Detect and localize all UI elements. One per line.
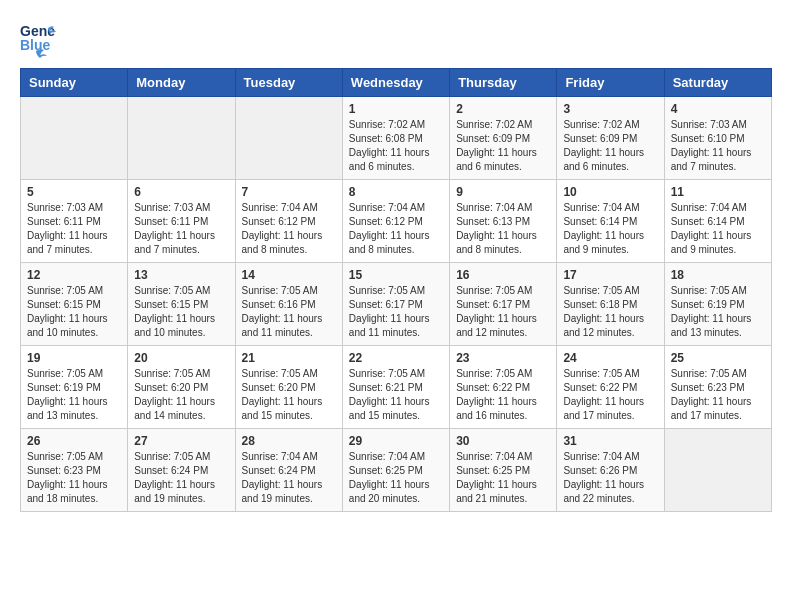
day-number: 1 (349, 102, 443, 116)
calendar-week-2: 5Sunrise: 7:03 AM Sunset: 6:11 PM Daylig… (21, 180, 772, 263)
day-number: 27 (134, 434, 228, 448)
day-info: Sunrise: 7:03 AM Sunset: 6:11 PM Dayligh… (134, 201, 228, 257)
day-info: Sunrise: 7:05 AM Sunset: 6:24 PM Dayligh… (134, 450, 228, 506)
weekday-header-monday: Monday (128, 69, 235, 97)
calendar-cell (235, 97, 342, 180)
calendar-week-5: 26Sunrise: 7:05 AM Sunset: 6:23 PM Dayli… (21, 429, 772, 512)
day-info: Sunrise: 7:05 AM Sunset: 6:15 PM Dayligh… (134, 284, 228, 340)
calendar-cell: 18Sunrise: 7:05 AM Sunset: 6:19 PM Dayli… (664, 263, 771, 346)
day-number: 11 (671, 185, 765, 199)
calendar-cell (21, 97, 128, 180)
calendar-cell: 6Sunrise: 7:03 AM Sunset: 6:11 PM Daylig… (128, 180, 235, 263)
day-info: Sunrise: 7:02 AM Sunset: 6:08 PM Dayligh… (349, 118, 443, 174)
day-number: 9 (456, 185, 550, 199)
calendar-cell: 25Sunrise: 7:05 AM Sunset: 6:23 PM Dayli… (664, 346, 771, 429)
day-info: Sunrise: 7:04 AM Sunset: 6:14 PM Dayligh… (563, 201, 657, 257)
calendar-cell: 11Sunrise: 7:04 AM Sunset: 6:14 PM Dayli… (664, 180, 771, 263)
calendar-cell: 2Sunrise: 7:02 AM Sunset: 6:09 PM Daylig… (450, 97, 557, 180)
weekday-header-thursday: Thursday (450, 69, 557, 97)
day-number: 17 (563, 268, 657, 282)
calendar-cell: 7Sunrise: 7:04 AM Sunset: 6:12 PM Daylig… (235, 180, 342, 263)
calendar-cell: 28Sunrise: 7:04 AM Sunset: 6:24 PM Dayli… (235, 429, 342, 512)
weekday-header-saturday: Saturday (664, 69, 771, 97)
calendar-week-4: 19Sunrise: 7:05 AM Sunset: 6:19 PM Dayli… (21, 346, 772, 429)
calendar-cell: 21Sunrise: 7:05 AM Sunset: 6:20 PM Dayli… (235, 346, 342, 429)
calendar-cell: 8Sunrise: 7:04 AM Sunset: 6:12 PM Daylig… (342, 180, 449, 263)
day-number: 26 (27, 434, 121, 448)
calendar-cell: 1Sunrise: 7:02 AM Sunset: 6:08 PM Daylig… (342, 97, 449, 180)
calendar-cell: 20Sunrise: 7:05 AM Sunset: 6:20 PM Dayli… (128, 346, 235, 429)
calendar-cell: 12Sunrise: 7:05 AM Sunset: 6:15 PM Dayli… (21, 263, 128, 346)
day-info: Sunrise: 7:05 AM Sunset: 6:18 PM Dayligh… (563, 284, 657, 340)
calendar-cell: 10Sunrise: 7:04 AM Sunset: 6:14 PM Dayli… (557, 180, 664, 263)
day-number: 4 (671, 102, 765, 116)
day-info: Sunrise: 7:05 AM Sunset: 6:21 PM Dayligh… (349, 367, 443, 423)
day-info: Sunrise: 7:05 AM Sunset: 6:20 PM Dayligh… (242, 367, 336, 423)
day-info: Sunrise: 7:03 AM Sunset: 6:11 PM Dayligh… (27, 201, 121, 257)
day-info: Sunrise: 7:05 AM Sunset: 6:19 PM Dayligh… (27, 367, 121, 423)
calendar-cell: 24Sunrise: 7:05 AM Sunset: 6:22 PM Dayli… (557, 346, 664, 429)
logo: General Blue (20, 20, 56, 58)
day-info: Sunrise: 7:04 AM Sunset: 6:24 PM Dayligh… (242, 450, 336, 506)
day-number: 20 (134, 351, 228, 365)
day-info: Sunrise: 7:05 AM Sunset: 6:17 PM Dayligh… (456, 284, 550, 340)
weekday-header-wednesday: Wednesday (342, 69, 449, 97)
calendar-header-row: SundayMondayTuesdayWednesdayThursdayFrid… (21, 69, 772, 97)
day-number: 15 (349, 268, 443, 282)
day-number: 14 (242, 268, 336, 282)
calendar-cell: 30Sunrise: 7:04 AM Sunset: 6:25 PM Dayli… (450, 429, 557, 512)
calendar-cell: 31Sunrise: 7:04 AM Sunset: 6:26 PM Dayli… (557, 429, 664, 512)
day-info: Sunrise: 7:02 AM Sunset: 6:09 PM Dayligh… (456, 118, 550, 174)
day-number: 22 (349, 351, 443, 365)
calendar-cell: 22Sunrise: 7:05 AM Sunset: 6:21 PM Dayli… (342, 346, 449, 429)
calendar-cell: 19Sunrise: 7:05 AM Sunset: 6:19 PM Dayli… (21, 346, 128, 429)
day-info: Sunrise: 7:05 AM Sunset: 6:22 PM Dayligh… (456, 367, 550, 423)
day-number: 2 (456, 102, 550, 116)
calendar-cell: 14Sunrise: 7:05 AM Sunset: 6:16 PM Dayli… (235, 263, 342, 346)
calendar-cell: 29Sunrise: 7:04 AM Sunset: 6:25 PM Dayli… (342, 429, 449, 512)
day-info: Sunrise: 7:04 AM Sunset: 6:25 PM Dayligh… (349, 450, 443, 506)
day-number: 19 (27, 351, 121, 365)
day-info: Sunrise: 7:04 AM Sunset: 6:14 PM Dayligh… (671, 201, 765, 257)
weekday-header-tuesday: Tuesday (235, 69, 342, 97)
calendar-cell (128, 97, 235, 180)
calendar-cell: 27Sunrise: 7:05 AM Sunset: 6:24 PM Dayli… (128, 429, 235, 512)
day-number: 28 (242, 434, 336, 448)
day-number: 29 (349, 434, 443, 448)
page-header: General Blue (20, 20, 772, 58)
calendar-cell: 17Sunrise: 7:05 AM Sunset: 6:18 PM Dayli… (557, 263, 664, 346)
day-info: Sunrise: 7:05 AM Sunset: 6:23 PM Dayligh… (671, 367, 765, 423)
calendar-week-3: 12Sunrise: 7:05 AM Sunset: 6:15 PM Dayli… (21, 263, 772, 346)
day-number: 6 (134, 185, 228, 199)
weekday-header-sunday: Sunday (21, 69, 128, 97)
day-number: 23 (456, 351, 550, 365)
calendar-cell: 23Sunrise: 7:05 AM Sunset: 6:22 PM Dayli… (450, 346, 557, 429)
day-number: 3 (563, 102, 657, 116)
day-number: 25 (671, 351, 765, 365)
day-number: 21 (242, 351, 336, 365)
calendar-table: SundayMondayTuesdayWednesdayThursdayFrid… (20, 68, 772, 512)
calendar-cell: 26Sunrise: 7:05 AM Sunset: 6:23 PM Dayli… (21, 429, 128, 512)
day-number: 8 (349, 185, 443, 199)
calendar-cell: 15Sunrise: 7:05 AM Sunset: 6:17 PM Dayli… (342, 263, 449, 346)
day-number: 7 (242, 185, 336, 199)
calendar-cell: 9Sunrise: 7:04 AM Sunset: 6:13 PM Daylig… (450, 180, 557, 263)
day-info: Sunrise: 7:05 AM Sunset: 6:22 PM Dayligh… (563, 367, 657, 423)
day-info: Sunrise: 7:04 AM Sunset: 6:25 PM Dayligh… (456, 450, 550, 506)
day-number: 31 (563, 434, 657, 448)
calendar-cell: 4Sunrise: 7:03 AM Sunset: 6:10 PM Daylig… (664, 97, 771, 180)
day-number: 12 (27, 268, 121, 282)
day-number: 24 (563, 351, 657, 365)
day-info: Sunrise: 7:04 AM Sunset: 6:13 PM Dayligh… (456, 201, 550, 257)
logo-bird-icon (22, 46, 50, 66)
day-info: Sunrise: 7:05 AM Sunset: 6:17 PM Dayligh… (349, 284, 443, 340)
calendar-cell (664, 429, 771, 512)
calendar-cell: 16Sunrise: 7:05 AM Sunset: 6:17 PM Dayli… (450, 263, 557, 346)
day-number: 18 (671, 268, 765, 282)
day-info: Sunrise: 7:05 AM Sunset: 6:19 PM Dayligh… (671, 284, 765, 340)
weekday-header-friday: Friday (557, 69, 664, 97)
day-number: 30 (456, 434, 550, 448)
day-info: Sunrise: 7:02 AM Sunset: 6:09 PM Dayligh… (563, 118, 657, 174)
day-info: Sunrise: 7:04 AM Sunset: 6:12 PM Dayligh… (349, 201, 443, 257)
calendar-week-1: 1Sunrise: 7:02 AM Sunset: 6:08 PM Daylig… (21, 97, 772, 180)
